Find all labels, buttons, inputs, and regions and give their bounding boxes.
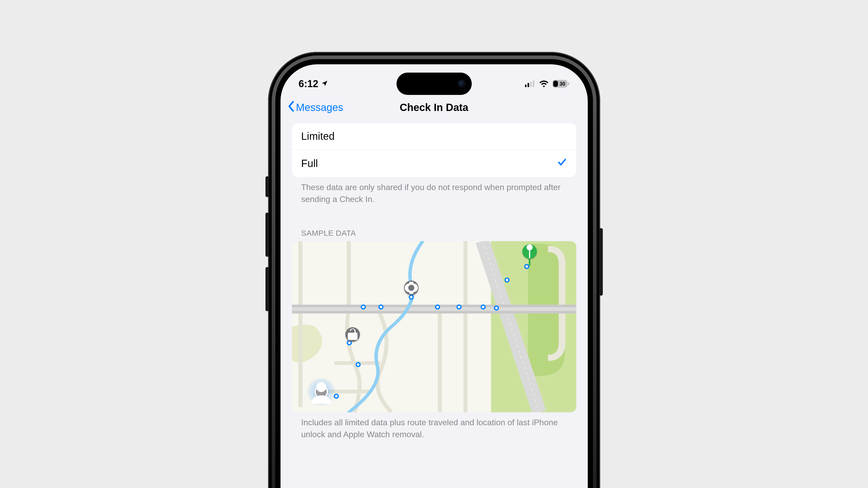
back-label: Messages: [296, 102, 343, 113]
breadcrumb-dot: [457, 304, 462, 310]
sample-map: [292, 241, 576, 412]
nav-bar: Messages Check In Data: [280, 95, 588, 123]
cellular-icon: [525, 78, 535, 90]
data-level-group: Limited Full: [292, 123, 576, 177]
svg-rect-5: [553, 80, 558, 87]
breadcrumb-dot: [435, 304, 440, 310]
option-limited[interactable]: Limited: [292, 123, 576, 149]
options-footer: These data are only shared if you do not…: [292, 177, 576, 205]
battery-icon: 30: [553, 80, 569, 88]
unlock-icon: [345, 327, 360, 342]
wifi-icon: [539, 78, 549, 90]
sample-footer: Includes all limited data plus route tra…: [292, 412, 576, 441]
destination-pin: [522, 244, 537, 259]
svg-rect-3: [533, 80, 534, 87]
breadcrumb-dot: [480, 304, 486, 310]
svg-rect-11: [529, 250, 530, 258]
breadcrumb-dot: [361, 304, 366, 310]
breadcrumb-dot: [494, 305, 499, 311]
option-label: Full: [301, 158, 318, 169]
volume-up-button: [266, 213, 269, 257]
breadcrumb-dot: [409, 295, 414, 300]
watch-icon: [404, 281, 418, 295]
breadcrumb-dot: [378, 304, 383, 310]
back-button[interactable]: Messages: [287, 101, 343, 115]
location-icon: [321, 78, 328, 90]
dynamic-island: [397, 73, 472, 95]
battery-pct: 30: [559, 81, 565, 87]
svg-point-12: [316, 382, 326, 392]
status-time: 6:12: [299, 78, 318, 90]
screen: 6:12: [280, 64, 588, 488]
mute-switch: [266, 176, 269, 197]
svg-point-10: [527, 244, 532, 250]
breadcrumb-dot: [355, 362, 361, 367]
svg-rect-1: [528, 83, 529, 87]
volume-down-button: [266, 267, 269, 311]
svg-rect-9: [292, 307, 576, 311]
option-full[interactable]: Full: [292, 149, 576, 177]
page-title: Check In Data: [400, 102, 468, 113]
power-button: [599, 228, 603, 296]
checkmark-icon: [557, 157, 567, 170]
user-location: [307, 378, 336, 406]
sample-data-header: SAMPLE DATA: [292, 205, 576, 241]
avatar-icon: [314, 385, 328, 398]
svg-rect-6: [568, 82, 569, 85]
svg-rect-0: [525, 85, 527, 87]
content: Limited Full These data are only shared …: [280, 123, 588, 441]
svg-rect-2: [530, 82, 532, 87]
phone-frame: 6:12: [268, 52, 600, 488]
option-label: Limited: [301, 130, 335, 142]
chevron-left-icon: [287, 101, 296, 115]
breadcrumb-dot: [504, 278, 509, 283]
breadcrumb-dot: [524, 264, 529, 269]
